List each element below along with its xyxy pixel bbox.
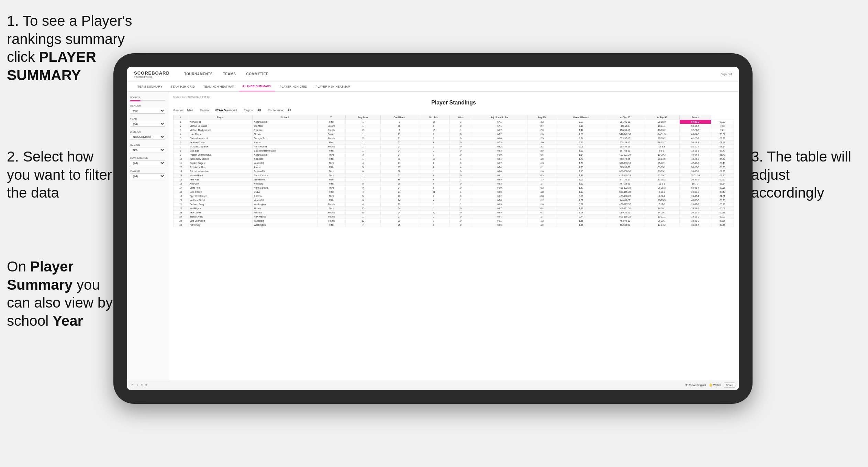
table-cell: 8 (174, 149, 188, 153)
table-cell: 27 (380, 145, 418, 149)
subnav-team-h2h-heatmap[interactable]: TEAM H2H HEATMAP (200, 81, 238, 91)
table-row: 9Preston SummerhaysArizona StateThird324… (174, 153, 734, 157)
nav-teams[interactable]: TEAMS (219, 71, 240, 77)
view-label: View: Original (689, 383, 706, 387)
table-cell: 4 (450, 165, 472, 169)
col-rank: # (174, 115, 188, 120)
table-cell: Arizona (253, 194, 318, 198)
region-select[interactable]: N/A (130, 147, 165, 153)
table-cell: 509-82-21 (606, 211, 644, 215)
table-cell: 68.89 (711, 136, 734, 141)
table-cell: 68.5 (472, 211, 527, 215)
col-wins: Wins (450, 115, 472, 120)
table-cell: 0 (450, 169, 472, 174)
table-cell: Matthew Riedel (188, 198, 253, 202)
table-title: Player Standings (173, 100, 734, 106)
nav-tournaments[interactable]: TOURNAMENTS (180, 71, 217, 77)
toolbar-redo[interactable]: ↪ (136, 383, 138, 387)
table-cell: 44-64-6 (679, 153, 711, 157)
table-cell: 19-39-2 (644, 153, 679, 157)
table-row: 17David FordNorth CarolinaThird9240069.0… (174, 186, 734, 190)
table-row: 23Jack LundinMissouriFourth112425068.5-0… (174, 211, 734, 215)
table-cell: 23 (380, 202, 418, 207)
sign-out-link[interactable]: Sign out (721, 73, 732, 76)
table-cell: 0 (418, 223, 450, 227)
table-cell: 4 (418, 198, 450, 202)
table-row: 13Phichaksn MaichonTexas A&MThird6301069… (174, 169, 734, 174)
filter-region: Region: All (244, 109, 261, 112)
table-cell: 1.56 (556, 223, 606, 227)
table-cell: 49-35-9 (679, 198, 711, 202)
division-select[interactable]: NCAA Division I (130, 134, 165, 140)
table-cell: 1.13 (556, 190, 606, 194)
nav-committee[interactable]: COMMITTEE (242, 71, 273, 77)
table-cell: -1.8 (527, 190, 556, 194)
table-row: 16Alex GoffKentuckyFifth8190068.3-1.71.9… (174, 182, 734, 186)
table-cell: Wenyi Ding (188, 120, 253, 124)
table-cell: 1 (345, 157, 380, 161)
toolbar-copy[interactable]: ⎘ (141, 383, 143, 387)
table-cell: -2.5 (527, 149, 556, 153)
share-button[interactable]: Share (724, 382, 735, 388)
region-label: Region (130, 143, 165, 146)
subnav-team-summary[interactable]: TEAM SUMMARY (134, 81, 166, 91)
table-cell: 2 (345, 136, 380, 141)
table-cell: 27 (380, 141, 418, 145)
table-cell: 0 (418, 174, 450, 178)
table-cell: -1.3 (527, 161, 556, 165)
note-bold2: Year (53, 313, 83, 329)
filter-gender: Gender: Men (173, 109, 193, 112)
table-cell: 429-198-22 (606, 194, 644, 198)
table-cell: -1.5 (527, 157, 556, 161)
col-adj-score: Adj. Score to Par (472, 115, 527, 120)
bottom-toolbar: ↩ ↪ ⎘ ⟳ 👁 View: Original 🔔 Watch Share (127, 380, 739, 390)
table-cell: 47-40-3 (679, 161, 711, 165)
table-cell: 1 (418, 207, 450, 211)
subnav-player-summary[interactable]: PLAYER SUMMARY (239, 81, 275, 91)
table-cell: 20-14-5 (644, 157, 679, 161)
table-cell: 628-150-30 (606, 169, 644, 174)
table-cell: 1.41 (556, 174, 606, 178)
table-cell: 0 (450, 153, 472, 157)
table-cell: David Ford (188, 186, 253, 190)
table-cell: Taehoon Song (188, 202, 253, 207)
table-cell: Jack Lundin (188, 211, 253, 215)
table-cell: Third (318, 153, 345, 157)
table-cell: 1 (174, 120, 188, 124)
toolbar-watch[interactable]: 🔔 Watch (709, 383, 721, 387)
toolbar-refresh[interactable]: ⟳ (145, 383, 148, 387)
year-label: Year (130, 117, 165, 120)
table-cell: Georgia Tech (253, 136, 318, 141)
table-cell: 0.87 (556, 202, 606, 207)
table-cell: 8-21-1 (644, 194, 679, 198)
table-cell: 5 (345, 194, 380, 198)
gender-select[interactable]: Men (130, 108, 165, 114)
table-cell: -2.5 (527, 136, 556, 141)
table-cell: 68.5 (472, 178, 527, 182)
table-cell: 18 (174, 190, 188, 194)
toolbar-view[interactable]: 👁 View: Original (685, 383, 706, 387)
table-cell: 1 (418, 153, 450, 157)
subnav-player-h2h-grid[interactable]: PLAYER H2H GRID (276, 81, 311, 91)
table-cell: 2 (418, 136, 450, 141)
subnav-team-h2h-grid[interactable]: TEAM H2H GRID (167, 81, 199, 91)
table-cell: 25 (380, 223, 418, 227)
table-cell: 24 (380, 186, 418, 190)
toolbar-undo[interactable]: ↩ (131, 383, 133, 387)
table-cell: 30 (380, 169, 418, 174)
sidebar: No Rds. Gender Men Year (All) Division N… (127, 92, 168, 380)
no-rds-slider[interactable] (130, 100, 165, 101)
year-select[interactable]: (All) (130, 121, 165, 127)
table-cell: 69.0 (472, 186, 527, 190)
table-cell: Fifth (318, 198, 345, 202)
subnav-player-h2h-heatmap[interactable]: PLAYER H2H HEATMAP (312, 81, 354, 91)
table-cell: 59.45 (711, 223, 734, 227)
col-points: Points (679, 115, 711, 120)
table-cell: 533-57-16 (606, 136, 644, 141)
player-label: Player (130, 169, 165, 173)
table-cell: 3 (345, 153, 380, 157)
conference-select[interactable]: (All) (130, 160, 165, 166)
player-select[interactable]: (All) (130, 173, 165, 179)
table-cell: Bastian Amat (188, 215, 253, 219)
col-vs-top50: Vs Top 50 (644, 115, 679, 120)
